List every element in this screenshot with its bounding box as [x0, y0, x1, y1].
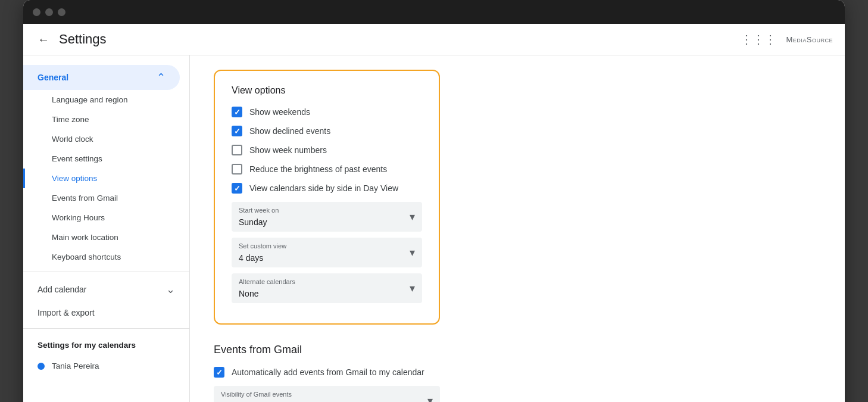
app-window: ← Settings ⋮⋮⋮ MediaSource General ⌃ Lan… [23, 0, 845, 402]
check-icon: ✓ [234, 185, 241, 192]
gmail-section: Events from Gmail ✓ Automatically add ev… [214, 344, 440, 402]
visibility-wrapper: Visibility of Gmail events Only me Every… [214, 386, 440, 402]
custom-view-select[interactable]: Day 2 days 3 days 4 days 5 days 6 days W… [232, 251, 422, 267]
gmail-section-title: Events from Gmail [214, 344, 440, 356]
calendar-color-dot [38, 363, 45, 370]
start-week-select[interactable]: Sunday Monday Saturday [232, 215, 422, 232]
header-left: ← Settings [35, 31, 741, 48]
add-calendar-label: Add calendar [38, 285, 87, 294]
alt-calendars-select[interactable]: None Chinese Hebrew Hijri Indian [232, 286, 422, 303]
sidebar-sub-items: Language and region Time zone World cloc… [23, 90, 189, 267]
calendar-user-name: Tania Pereira [52, 362, 99, 370]
chevron-up-icon: ⌃ [157, 71, 166, 84]
visibility-select[interactable]: Only me Everyone [214, 399, 440, 402]
reduce-brightness-row: Reduce the brightness of past events [232, 164, 422, 174]
brand-label: MediaSource [786, 35, 833, 44]
sidebar-item-workinghours[interactable]: Working Hours [23, 208, 180, 228]
sidebar: General ⌃ Language and region Time zone … [23, 55, 190, 402]
header-right: ⋮⋮⋮ MediaSource [741, 32, 833, 46]
header: ← Settings ⋮⋮⋮ MediaSource [23, 24, 845, 55]
sidebar-divider-1 [23, 272, 189, 272]
titlebar [23, 0, 845, 24]
show-declined-checkbox[interactable]: ✓ [232, 126, 242, 136]
window-dot-3 [58, 8, 65, 16]
app-body: ← Settings ⋮⋮⋮ MediaSource General ⌃ Lan… [23, 24, 845, 402]
sidebar-item-language[interactable]: Language and region [23, 90, 180, 110]
side-by-side-row: ✓ View calendars side by side in Day Vie… [232, 183, 422, 194]
visibility-label: Visibility of Gmail events [214, 386, 440, 399]
check-icon: ✓ [234, 127, 241, 135]
main-content: View options ✓ Show weekends ✓ Show dec [190, 55, 845, 402]
grid-icon[interactable]: ⋮⋮⋮ [741, 32, 776, 46]
sidebar-item-timezone[interactable]: Time zone [23, 110, 180, 129]
show-weekends-row: ✓ Show weekends [232, 107, 422, 117]
general-label: General [38, 73, 68, 82]
show-declined-row: ✓ Show declined events [232, 126, 422, 136]
import-export-label: Import & export [38, 308, 95, 317]
view-options-card: View options ✓ Show weekends ✓ Show dec [214, 70, 440, 325]
side-by-side-checkbox[interactable]: ✓ [232, 183, 242, 194]
check-icon: ✓ [216, 369, 223, 376]
show-week-numbers-checkbox[interactable] [232, 145, 242, 155]
back-button[interactable]: ← [35, 31, 52, 48]
sidebar-import-export[interactable]: Import & export [23, 302, 189, 323]
sidebar-item-viewoptions[interactable]: View options [23, 169, 180, 188]
view-options-title: View options [232, 85, 422, 96]
start-week-wrapper: Start week on Sunday Monday Saturday ▾ [232, 202, 422, 232]
alt-calendars-wrapper: Alternate calendars None Chinese Hebrew … [232, 273, 422, 303]
page-title: Settings [59, 32, 107, 47]
auto-add-row: ✓ Automatically add events from Gmail to… [214, 367, 440, 378]
auto-add-checkbox[interactable]: ✓ [214, 367, 224, 378]
sidebar-item-gmailevents[interactable]: Events from Gmail [23, 188, 180, 208]
show-week-numbers-row: Show week numbers [232, 145, 422, 155]
sidebar-calendar-tania[interactable]: Tania Pereira [23, 357, 189, 375]
window-dot-2 [45, 8, 53, 16]
settings-for-label: Settings for my calendars [23, 334, 189, 357]
sidebar-add-calendar[interactable]: Add calendar ⌄ [23, 277, 189, 302]
reduce-brightness-checkbox[interactable] [232, 164, 242, 174]
sidebar-general-header[interactable]: General ⌃ [23, 65, 180, 90]
sidebar-item-worldclock[interactable]: World clock [23, 129, 180, 149]
sidebar-item-eventsettings[interactable]: Event settings [23, 149, 180, 169]
show-declined-label[interactable]: Show declined events [249, 126, 330, 136]
check-icon: ✓ [234, 108, 241, 116]
sidebar-item-shortcuts[interactable]: Keyboard shortcuts [23, 247, 180, 267]
content-area: General ⌃ Language and region Time zone … [23, 55, 845, 402]
show-weekends-checkbox[interactable]: ✓ [232, 107, 242, 117]
start-week-label: Start week on [232, 202, 422, 215]
auto-add-label[interactable]: Automatically add events from Gmail to m… [232, 367, 424, 377]
show-weekends-label[interactable]: Show weekends [249, 107, 310, 117]
reduce-brightness-label[interactable]: Reduce the brightness of past events [249, 164, 387, 174]
chevron-down-icon: ⌄ [166, 283, 175, 296]
sidebar-divider-2 [23, 328, 189, 329]
side-by-side-label[interactable]: View calendars side by side in Day View [249, 183, 398, 193]
window-dot-1 [33, 8, 40, 16]
alt-calendars-label: Alternate calendars [232, 273, 422, 286]
show-week-numbers-label[interactable]: Show week numbers [249, 145, 327, 155]
custom-view-wrapper: Set custom view Day 2 days 3 days 4 days… [232, 238, 422, 267]
custom-view-label: Set custom view [232, 238, 422, 251]
sidebar-item-mainwork[interactable]: Main work location [23, 228, 180, 247]
